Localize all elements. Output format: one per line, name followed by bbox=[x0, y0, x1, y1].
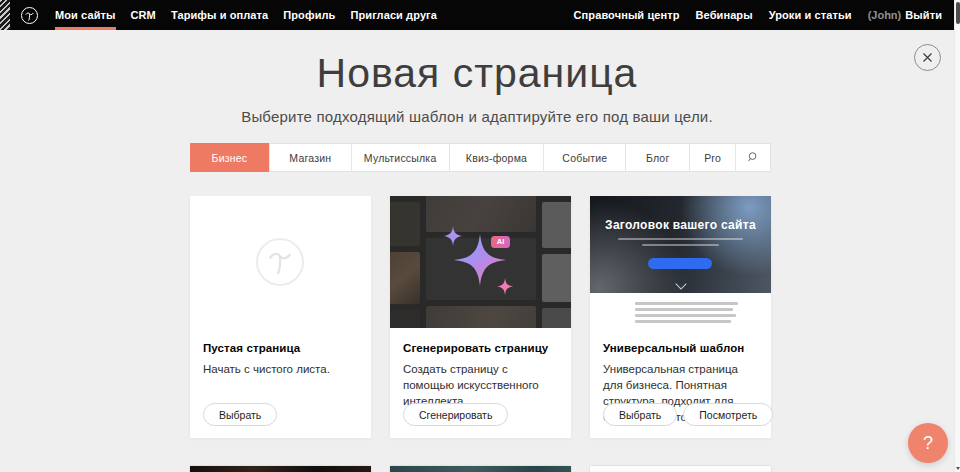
universal-select-button[interactable]: Выбрать bbox=[603, 403, 677, 426]
scrollbar-track[interactable] bbox=[954, 0, 960, 472]
next-row-card-2[interactable] bbox=[390, 466, 571, 472]
template-category-tabs: Бизнес Магазин Мультиссылка Квиз-форма С… bbox=[190, 143, 771, 172]
nav-crm[interactable]: CRM bbox=[131, 0, 156, 30]
nav-help-center[interactable]: Справочный центр bbox=[574, 0, 680, 30]
tilda-placeholder-logo-icon bbox=[256, 238, 304, 286]
tab-business[interactable]: Бизнес bbox=[190, 143, 269, 172]
nav-invite-friend[interactable]: Пригласи друга bbox=[350, 0, 437, 30]
template-text-preview bbox=[635, 302, 738, 326]
template-hero-heading: Заголовок вашего сайта bbox=[590, 218, 771, 232]
card-universal-template-body: Универсальный шаблон Универсальная стран… bbox=[590, 328, 771, 438]
help-button[interactable]: ? bbox=[908, 423, 948, 463]
tab-quiz-form[interactable]: Квиз-форма bbox=[449, 144, 544, 171]
scrollbar-thumb[interactable] bbox=[956, 2, 960, 24]
tab-store[interactable]: Магазин bbox=[269, 144, 351, 171]
desktop-edge-pattern bbox=[0, 0, 10, 30]
card-universal-template: Заголовок вашего сайта Универсальный шаб… bbox=[590, 196, 771, 438]
card-title: Пустая страница bbox=[203, 342, 358, 354]
search-icon bbox=[747, 151, 760, 164]
page-title: Новая страница bbox=[0, 50, 954, 97]
tab-event[interactable]: Событие bbox=[543, 144, 625, 171]
card-title: Сгенерировать страницу bbox=[403, 342, 558, 354]
scrollbar-arrow-down-icon[interactable] bbox=[956, 467, 960, 470]
tab-multilink[interactable]: Мультиссылка bbox=[351, 144, 449, 171]
universal-preview-button[interactable]: Посмотреть bbox=[683, 403, 773, 426]
ai-generate-button[interactable]: Сгенерировать bbox=[403, 403, 508, 426]
user-area: (John) Выйти bbox=[868, 0, 942, 30]
card-ai-generate-body: Сгенерировать страницу Создать страницу … bbox=[390, 328, 571, 438]
blank-page-select-button[interactable]: Выбрать bbox=[203, 403, 277, 426]
nav-profile[interactable]: Профиль bbox=[283, 0, 335, 30]
tab-pro[interactable]: Pro bbox=[689, 144, 735, 171]
tab-search[interactable] bbox=[735, 144, 770, 171]
next-row-card-3[interactable] bbox=[590, 466, 771, 472]
template-hero-button bbox=[648, 258, 712, 269]
card-title: Универсальный шаблон bbox=[603, 342, 758, 354]
topbar: Мои сайты CRM Тарифы и оплата Профиль Пр… bbox=[0, 0, 954, 30]
card-description: Создать страницу с помощью искусственног… bbox=[403, 361, 558, 409]
ai-badge: AI bbox=[491, 236, 510, 248]
logout-link[interactable]: Выйти bbox=[905, 0, 942, 30]
card-blank-page: Пустая страница Начать с чистого листа. … bbox=[190, 196, 371, 438]
card-universal-template-image: Заголовок вашего сайта bbox=[590, 196, 771, 328]
tilda-logo[interactable] bbox=[21, 7, 38, 24]
card-ai-generate: AI Сгенерировать страницу Создать страни… bbox=[390, 196, 571, 438]
card-ai-generate-image: AI bbox=[390, 196, 571, 328]
ai-sparkles-icon bbox=[438, 222, 524, 308]
nav-webinars[interactable]: Вебинары bbox=[696, 0, 753, 30]
tilda-logo-icon bbox=[24, 10, 35, 22]
chevron-down-icon bbox=[675, 278, 686, 289]
topbar-nav-left: Мои сайты CRM Тарифы и оплата Профиль Пр… bbox=[55, 0, 437, 30]
card-blank-page-body: Пустая страница Начать с чистого листа. … bbox=[190, 328, 371, 438]
tab-blog[interactable]: Блог bbox=[625, 144, 689, 171]
nav-tariffs[interactable]: Тарифы и оплата bbox=[171, 0, 268, 30]
card-description: Начать с чистого листа. bbox=[203, 361, 358, 377]
next-row-card-1[interactable] bbox=[190, 466, 371, 472]
nav-my-sites[interactable]: Мои сайты bbox=[55, 0, 116, 30]
topbar-nav-right: Справочный центр Вебинары Уроки и статьи… bbox=[574, 0, 942, 30]
page-subtitle: Выберите подходящий шаблон и адаптируйте… bbox=[0, 108, 954, 125]
template-hero-preview: Заголовок вашего сайта bbox=[590, 196, 771, 293]
card-blank-page-image bbox=[190, 196, 371, 328]
user-name: (John) bbox=[868, 0, 902, 30]
nav-lessons[interactable]: Уроки и статьи bbox=[769, 0, 852, 30]
